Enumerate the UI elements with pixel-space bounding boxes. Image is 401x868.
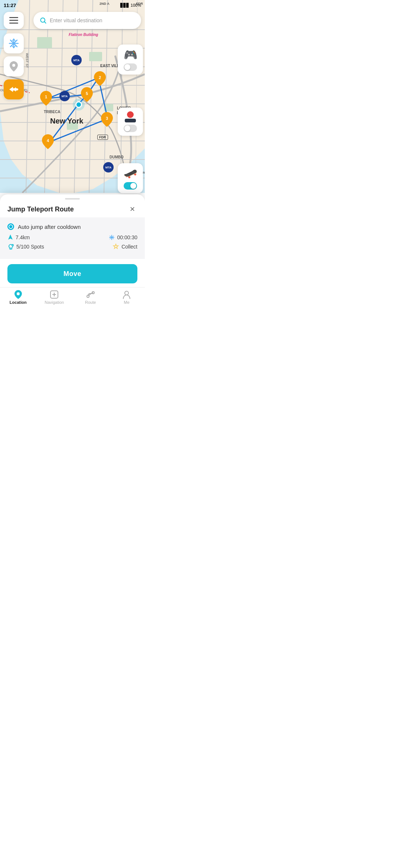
svg-point-59 bbox=[17, 292, 20, 295]
auto-jump-text: Auto jump after cooldown bbox=[18, 224, 81, 230]
current-location bbox=[73, 99, 85, 111]
location-pin-button[interactable] bbox=[4, 56, 24, 76]
gamepad-icon[interactable]: 🎮 bbox=[124, 48, 137, 61]
nav-label-me: Me bbox=[124, 300, 130, 305]
bottom-sheet: Jump Teleport Route ✕ Auto jump after co… bbox=[0, 194, 145, 287]
status-time: 11:27 bbox=[4, 3, 16, 8]
spots-icon: + bbox=[7, 243, 14, 250]
signal-icon: ▊▊▊ bbox=[120, 3, 129, 8]
auto-jump-indicator bbox=[7, 223, 14, 230]
nav-label-navigation: Navigation bbox=[45, 300, 64, 305]
right-panel-top: 🎮 bbox=[118, 45, 143, 75]
nav-item-route[interactable]: Route bbox=[72, 290, 109, 305]
route-nav-icon bbox=[86, 290, 95, 299]
svg-rect-20 bbox=[89, 52, 102, 61]
svg-rect-39 bbox=[9, 17, 18, 18]
right-panel-skate: 🛹 bbox=[118, 163, 143, 193]
spots-stat: + 5/100 Spots bbox=[7, 243, 44, 250]
west-st-label: WEST ST bbox=[25, 53, 29, 68]
distance-stat: 7.4km bbox=[7, 234, 30, 240]
collect-icon bbox=[113, 243, 119, 250]
flatiron-label: Flatiron Building bbox=[69, 33, 98, 37]
svg-text:+: + bbox=[12, 244, 13, 246]
sheet-title: Jump Teleport Route bbox=[7, 206, 74, 213]
collect-label: Collect bbox=[121, 244, 137, 250]
right-panel-bottom bbox=[118, 108, 143, 136]
svg-point-50 bbox=[12, 64, 15, 67]
sheet-content: Auto jump after cooldown 7.4km 00:00:30 bbox=[0, 217, 145, 259]
auto-jump-row: Auto jump after cooldown bbox=[7, 223, 137, 230]
stats-row-1: 7.4km 00:00:30 bbox=[7, 234, 137, 240]
status-icons: ▊▊▊ 100% bbox=[120, 3, 141, 8]
pin-1: 1 bbox=[40, 91, 52, 107]
mta-badge-3: MTA bbox=[103, 162, 114, 172]
new-york-label: New York bbox=[50, 117, 83, 125]
svg-text:1: 1 bbox=[45, 95, 47, 99]
pin-3: 3 bbox=[101, 112, 113, 128]
snowflake-button[interactable] bbox=[4, 33, 24, 53]
svg-text:3: 3 bbox=[106, 116, 108, 121]
svg-line-38 bbox=[45, 22, 46, 23]
skate-icon[interactable]: 🛹 bbox=[124, 167, 137, 180]
search-placeholder: Enter vitual destination bbox=[50, 17, 102, 23]
collect-stat: Collect bbox=[113, 243, 137, 250]
pin-4: 4 bbox=[42, 134, 54, 151]
me-nav-icon bbox=[122, 290, 131, 299]
status-bar: 11:27 ▊▊▊ 100% bbox=[0, 0, 145, 10]
svg-text:5: 5 bbox=[86, 91, 88, 96]
distance-value: 7.4km bbox=[16, 234, 30, 240]
joystick-icon[interactable] bbox=[125, 111, 136, 122]
svg-rect-19 bbox=[37, 37, 52, 48]
nav-label-location: Location bbox=[10, 300, 27, 305]
svg-rect-41 bbox=[9, 23, 18, 24]
back-arrow-icon bbox=[9, 86, 18, 93]
stats-row-2: + 5/100 Spots Collect bbox=[7, 243, 137, 250]
mta-badge-1: MTA bbox=[71, 55, 82, 65]
search-icon bbox=[39, 17, 47, 24]
sheet-header: Jump Teleport Route ✕ bbox=[0, 200, 145, 217]
joystick-toggle[interactable] bbox=[124, 125, 137, 132]
skate-toggle[interactable] bbox=[124, 182, 137, 190]
battery-icon: 100% bbox=[131, 3, 141, 7]
location-pin-icon bbox=[9, 61, 19, 72]
nav-item-navigation[interactable]: Navigation bbox=[36, 290, 73, 305]
mta-badge-2: MTA bbox=[59, 91, 70, 101]
fdr-label: FDR bbox=[97, 135, 108, 140]
gamepad-toggle[interactable] bbox=[124, 63, 137, 71]
left-buttons bbox=[4, 33, 24, 99]
nav-item-me[interactable]: Me bbox=[109, 290, 145, 305]
move-button[interactable]: Move bbox=[7, 264, 137, 283]
cooldown-icon bbox=[108, 234, 115, 240]
svg-point-63 bbox=[53, 294, 55, 295]
svg-text:4: 4 bbox=[47, 138, 49, 143]
cooldown-stat: 00:00:30 bbox=[108, 234, 138, 240]
tribeca-label: TRIBECA bbox=[44, 110, 60, 114]
close-button[interactable]: ✕ bbox=[127, 204, 137, 214]
svg-point-66 bbox=[125, 291, 128, 295]
navigation-nav-icon bbox=[49, 290, 59, 299]
nav-item-location[interactable]: Location bbox=[0, 290, 36, 305]
spots-value: 5/100 Spots bbox=[16, 244, 44, 250]
svg-text:2: 2 bbox=[99, 75, 101, 80]
svg-rect-40 bbox=[9, 20, 18, 21]
search-bar[interactable]: Enter vitual destination bbox=[33, 12, 141, 29]
snowflake-icon bbox=[9, 38, 19, 49]
location-nav-icon bbox=[13, 290, 23, 299]
back-button[interactable] bbox=[4, 79, 24, 99]
cooldown-value: 00:00:30 bbox=[117, 234, 138, 240]
hamburger-icon bbox=[9, 17, 18, 24]
bottom-nav: Location Navigation Route Me bbox=[0, 287, 145, 313]
dumbo-label: DUMBO bbox=[110, 155, 124, 159]
nav-label-route: Route bbox=[85, 300, 96, 305]
hamburger-button[interactable] bbox=[4, 12, 24, 29]
pin-2: 2 bbox=[94, 71, 106, 88]
navigation-icon bbox=[7, 234, 13, 240]
